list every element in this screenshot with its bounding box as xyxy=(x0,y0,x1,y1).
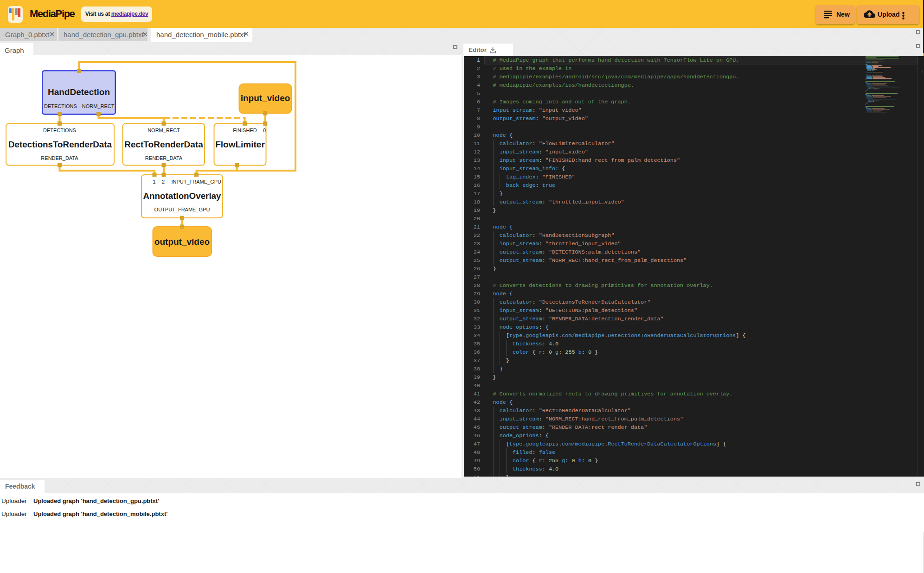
svg-text:output_video: output_video xyxy=(154,236,210,246)
svg-text:RectToRenderData: RectToRenderData xyxy=(124,139,203,149)
svg-text:DETECTIONS: DETECTIONS xyxy=(43,127,76,133)
svg-text:0: 0 xyxy=(263,127,266,133)
svg-text:HandDetection: HandDetection xyxy=(48,87,110,96)
svg-text:2: 2 xyxy=(162,179,165,185)
svg-text:RENDER_DATA: RENDER_DATA xyxy=(41,155,78,161)
svg-text:RENDER_DATA: RENDER_DATA xyxy=(145,155,183,161)
svg-text:NORM_RECT: NORM_RECT xyxy=(82,103,115,109)
svg-text:INPUT_FRAME_GPU: INPUT_FRAME_GPU xyxy=(171,179,221,185)
svg-text:FINISHED: FINISHED xyxy=(233,127,257,133)
svg-text:DETECTIONS: DETECTIONS xyxy=(44,103,77,109)
svg-text:FlowLimiter: FlowLimiter xyxy=(215,139,265,149)
svg-text:NORM_RECT: NORM_RECT xyxy=(148,127,180,133)
svg-text:input_video: input_video xyxy=(241,93,290,103)
svg-text:OUTPUT_FRAME_GPU: OUTPUT_FRAME_GPU xyxy=(154,207,210,212)
svg-text:DetectionsToRenderData: DetectionsToRenderData xyxy=(8,139,112,149)
svg-text:1: 1 xyxy=(153,179,155,185)
svg-text:AnnotationOverlay: AnnotationOverlay xyxy=(143,191,221,200)
